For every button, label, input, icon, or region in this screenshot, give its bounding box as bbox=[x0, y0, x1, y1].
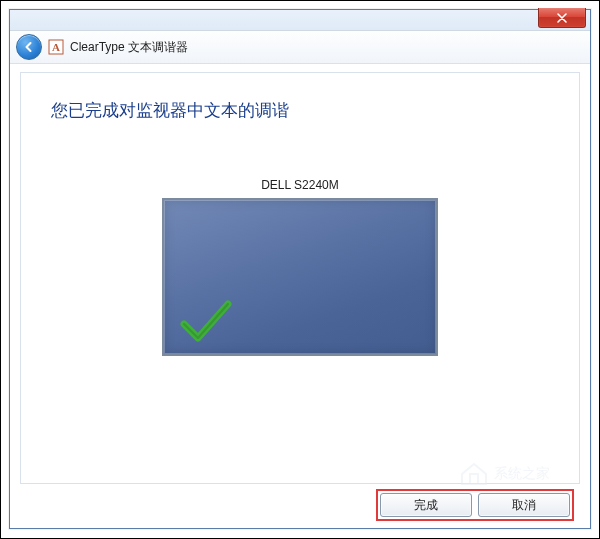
completion-heading: 您已完成对监视器中文本的调谐 bbox=[51, 99, 549, 122]
monitor-preview bbox=[162, 198, 438, 356]
footer-button-highlight: 完成 取消 bbox=[376, 489, 574, 521]
close-icon bbox=[557, 13, 567, 23]
svg-text:A: A bbox=[52, 41, 60, 53]
checkmark-icon bbox=[178, 298, 234, 346]
close-button[interactable] bbox=[538, 8, 586, 28]
wizard-footer: 完成 取消 bbox=[20, 488, 580, 522]
monitor-preview-block: DELL S2240M bbox=[51, 178, 549, 356]
wizard-content-panel: 您已完成对监视器中文本的调谐 DELL S2240M bbox=[20, 72, 580, 484]
wizard-header: A ClearType 文本调谐器 bbox=[10, 31, 590, 64]
window-title: ClearType 文本调谐器 bbox=[70, 39, 188, 56]
window-titlebar bbox=[10, 10, 590, 31]
monitor-name-label: DELL S2240M bbox=[51, 178, 549, 192]
screenshot-frame: A ClearType 文本调谐器 您已完成对监视器中文本的调谐 DELL S2… bbox=[0, 0, 600, 539]
finish-button[interactable]: 完成 bbox=[380, 493, 472, 517]
cleartype-wizard-window: A ClearType 文本调谐器 您已完成对监视器中文本的调谐 DELL S2… bbox=[9, 9, 591, 529]
back-arrow-icon bbox=[23, 41, 35, 53]
cancel-button[interactable]: 取消 bbox=[478, 493, 570, 517]
cleartype-app-icon: A bbox=[48, 39, 64, 55]
back-button[interactable] bbox=[16, 34, 42, 60]
